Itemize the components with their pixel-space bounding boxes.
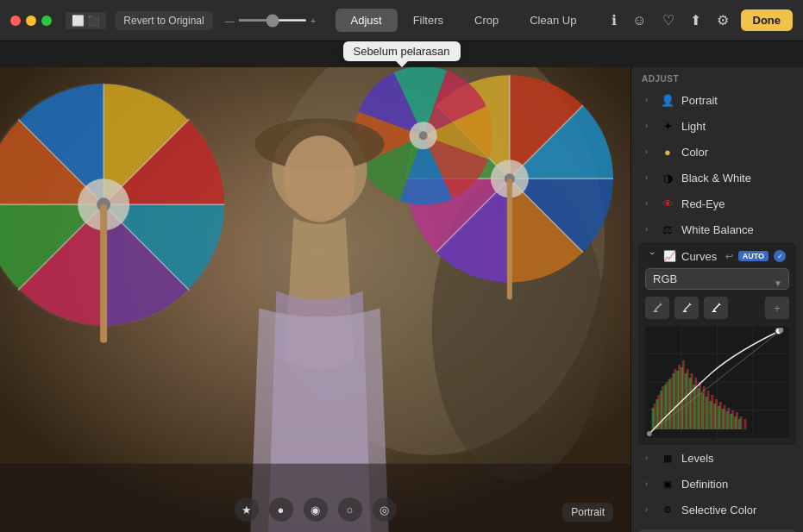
- svg-rect-59: [668, 379, 671, 429]
- light-label: Light: [681, 120, 789, 133]
- eyedropper-light-button[interactable]: [704, 297, 728, 319]
- image-area[interactable]: ★ ● ◉ ○ ◎ Portrait: [0, 67, 630, 532]
- eyedropper-mid-button[interactable]: [674, 297, 699, 319]
- chevron-wb-icon: ›: [645, 225, 654, 234]
- chevron-redeye-icon: ›: [645, 199, 654, 208]
- revert-button[interactable]: Revert to Original: [115, 11, 212, 30]
- curves-svg: [645, 326, 789, 438]
- curves-icon: 📈: [662, 249, 676, 263]
- zoom-slider[interactable]: [238, 19, 307, 22]
- svg-rect-74: [730, 414, 732, 429]
- titlebar-right: ℹ ☺ ♡ ⬆ ⚙ Done: [608, 9, 793, 31]
- curves-header: › 📈 Curves ↩ AUTO: [645, 249, 789, 263]
- svg-rect-75: [734, 416, 737, 429]
- adjust-item-definition[interactable]: › ▣ Definition: [635, 471, 800, 497]
- rgb-select[interactable]: RGB Red Green Blue: [645, 268, 789, 290]
- traffic-lights: [10, 16, 52, 26]
- heart-button[interactable]: ♡: [659, 10, 678, 30]
- curves-section: › 📈 Curves ↩ AUTO RGB Red Green Blue ▼: [638, 242, 796, 445]
- emoji-button[interactable]: ☺: [629, 11, 649, 30]
- add-point-button[interactable]: +: [765, 297, 789, 319]
- svg-point-80: [779, 328, 784, 333]
- svg-rect-64: [689, 378, 692, 429]
- share-button[interactable]: ⬆: [687, 10, 705, 30]
- adjust-item-bw[interactable]: › ◑ Black & White: [635, 165, 800, 191]
- right-panel: ADJUST › 👤 Portrait › ✦ Light › ● Color …: [630, 67, 803, 532]
- color-label: Color: [681, 146, 789, 159]
- svg-point-79: [647, 431, 652, 436]
- chevron-color-icon: ›: [645, 147, 654, 156]
- tab-filters[interactable]: Filters: [398, 9, 459, 32]
- window-mode-button[interactable]: ⬜ ⬛: [66, 12, 106, 29]
- nav-tabs: Adjust Filters Crop Clean Up: [336, 9, 593, 32]
- zoom-plus-icon: +: [311, 16, 316, 26]
- svg-rect-67: [701, 393, 704, 429]
- curves-title: Curves: [681, 250, 720, 263]
- photo-canvas: ★ ● ◉ ○ ◎ Portrait: [0, 67, 630, 532]
- rgb-select-container: RGB Red Green Blue ▼: [645, 268, 789, 297]
- chevron-curves-icon[interactable]: ›: [648, 252, 658, 260]
- curves-undo-icon[interactable]: ↩: [725, 251, 733, 262]
- svg-rect-65: [693, 385, 695, 429]
- done-button[interactable]: Done: [741, 9, 794, 31]
- chevron-light-icon: ›: [645, 122, 654, 130]
- curves-graph[interactable]: [645, 326, 789, 438]
- close-button[interactable]: [10, 16, 21, 26]
- portrait-button[interactable]: Portrait: [562, 503, 613, 522]
- photo-svg: [0, 67, 630, 532]
- tab-adjust[interactable]: Adjust: [336, 9, 398, 32]
- zoom-slider-container: — +: [225, 16, 316, 26]
- eyedropper-mid-icon: [681, 302, 693, 314]
- color-icon: ●: [661, 145, 674, 159]
- definition-label: Definition: [681, 478, 789, 491]
- titlebar: ⬜ ⬛ Revert to Original — + Adjust Filter…: [0, 0, 803, 41]
- main-content: ★ ● ◉ ○ ◎ Portrait ADJUST › 👤 Portrait ›…: [0, 67, 803, 532]
- tooltip-bubble: Sebelum pelarasan: [342, 41, 460, 61]
- svg-rect-54: [744, 419, 747, 429]
- selective-label: Selective Color: [681, 504, 789, 516]
- circle-4-button[interactable]: ◎: [373, 498, 397, 522]
- adjust-item-wb[interactable]: › ⚖ White Balance: [635, 216, 800, 242]
- levels-icon: ▦: [661, 451, 674, 465]
- svg-rect-62: [681, 367, 683, 429]
- adjust-item-portrait[interactable]: › 👤 Portrait: [635, 87, 800, 113]
- minimize-button[interactable]: [26, 16, 36, 26]
- adjust-item-levels[interactable]: › ▦ Levels: [635, 445, 800, 471]
- circle-1-button[interactable]: ●: [269, 498, 293, 522]
- svg-rect-73: [726, 411, 729, 429]
- levels-label: Levels: [681, 452, 789, 465]
- svg-rect-23: [0, 67, 630, 532]
- chevron-selective-icon: ›: [645, 505, 654, 514]
- curves-auto-badge[interactable]: AUTO: [738, 251, 768, 261]
- curves-active-indicator: [774, 250, 786, 262]
- adjust-item-color[interactable]: › ● Color: [635, 139, 800, 165]
- svg-rect-68: [706, 397, 708, 429]
- tab-cleanup[interactable]: Clean Up: [514, 9, 592, 32]
- circle-2-button[interactable]: ◉: [304, 498, 328, 522]
- bottom-toolbar: ★ ● ◉ ○ ◎: [0, 498, 630, 522]
- curves-tools: +: [645, 297, 789, 319]
- eyedropper-dark-button[interactable]: [645, 297, 669, 319]
- adjust-item-redeye[interactable]: › 👁 Red-Eye: [635, 191, 800, 216]
- svg-rect-72: [722, 409, 725, 429]
- tooltip-area: Sebelum pelarasan: [0, 41, 803, 67]
- more-button[interactable]: ⚙: [713, 10, 732, 30]
- chevron-bw-icon: ›: [645, 173, 654, 182]
- maximize-button[interactable]: [41, 16, 52, 26]
- adjust-item-selective[interactable]: › ⚙ Selective Color: [635, 497, 800, 523]
- tab-crop[interactable]: Crop: [459, 9, 514, 32]
- wb-icon: ⚖: [661, 222, 674, 236]
- svg-rect-71: [718, 406, 720, 429]
- wb-label: White Balance: [681, 223, 789, 236]
- light-icon: ✦: [661, 119, 674, 133]
- circle-3-button[interactable]: ○: [338, 498, 362, 522]
- selective-icon: ⚙: [661, 503, 674, 516]
- info-button[interactable]: ℹ: [608, 10, 620, 30]
- svg-rect-55: [652, 408, 655, 429]
- adjust-item-light[interactable]: › ✦ Light: [635, 113, 800, 139]
- panel-header: ADJUST: [631, 67, 803, 87]
- star-button[interactable]: ★: [235, 498, 259, 522]
- eyedropper-dark-icon: [651, 302, 663, 314]
- redeye-label: Red-Eye: [681, 197, 789, 210]
- svg-rect-60: [672, 373, 674, 429]
